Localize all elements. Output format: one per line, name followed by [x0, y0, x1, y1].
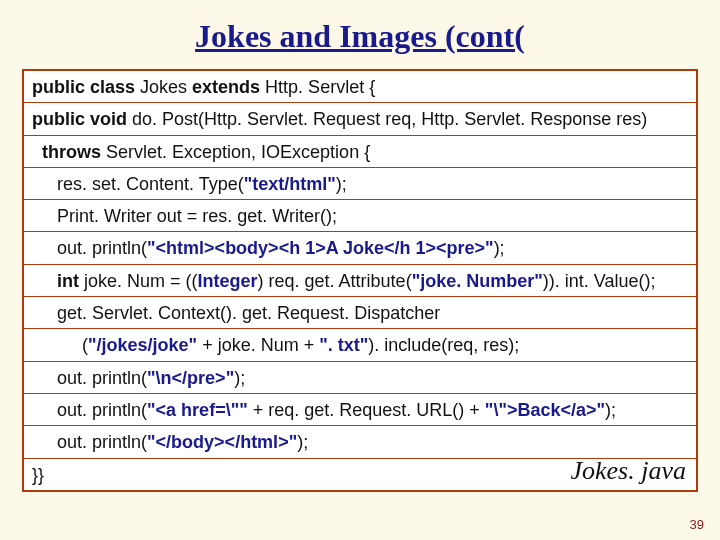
code-text: out. println( — [32, 432, 147, 452]
code-text: out = res. get. Writer(); — [157, 206, 337, 226]
string-literal: ". txt" — [319, 335, 368, 355]
code-text: out. println( — [32, 400, 147, 420]
string-literal: "text/html" — [244, 174, 336, 194]
string-literal: "/jokes/joke" — [88, 335, 197, 355]
keyword: public void — [32, 109, 132, 129]
code-line: }}Jokes. java — [24, 459, 696, 490]
string-literal: "\">Back</a>" — [485, 400, 605, 420]
code-text: + joke. Num + — [197, 335, 319, 355]
code-text: ); — [336, 174, 347, 194]
code-text: get. Servlet. Context(). get. Request. D… — [32, 303, 440, 323]
code-text: out. println( — [32, 238, 147, 258]
code-line: int joke. Num = ((Integer) req. get. Att… — [24, 265, 696, 297]
code-text: ) req. get. Attribute( — [258, 271, 412, 291]
code-text: )). int. Value(); — [543, 271, 656, 291]
code-text: out. println( — [32, 368, 147, 388]
code-line: res. set. Content. Type("text/html"); — [24, 168, 696, 200]
string-literal: "<a href=\"" — [147, 400, 248, 420]
string-literal: "joke. Number" — [412, 271, 543, 291]
code-line: out. println("<html><body><h 1>A Joke</h… — [24, 232, 696, 264]
code-line: get. Servlet. Context(). get. Request. D… — [24, 297, 696, 329]
string-literal: "<html><body><h 1>A Joke</h 1><pre>" — [147, 238, 494, 258]
code-text: do. Post(Http. Servlet. Request req, Htt… — [132, 109, 647, 129]
keyword: int — [32, 271, 84, 291]
code-line: ("/jokes/joke" + joke. Num + ". txt"). i… — [24, 329, 696, 361]
code-text: ); — [494, 238, 505, 258]
keyword: throws — [32, 142, 106, 162]
keyword: Integer — [198, 271, 258, 291]
code-line: throws Servlet. Exception, IOException { — [24, 136, 696, 168]
code-text: ). include(req, res); — [368, 335, 519, 355]
code-line: public void do. Post(Http. Servlet. Requ… — [24, 103, 696, 135]
code-text: ); — [297, 432, 308, 452]
file-caption: Jokes. java — [570, 453, 686, 488]
code-line: public class Jokes extends Http. Servlet… — [24, 71, 696, 103]
string-literal: "\n</pre>" — [147, 368, 234, 388]
keyword: extends — [192, 77, 265, 97]
code-text: Print. Writer — [32, 206, 157, 226]
code-text: + req. get. Request. URL() + — [248, 400, 485, 420]
code-text: joke. Num = (( — [84, 271, 198, 291]
string-literal: "</body></html>" — [147, 432, 297, 452]
code-text: Http. Servlet { — [265, 77, 375, 97]
code-line: Print. Writer out = res. get. Writer(); — [24, 200, 696, 232]
code-text: ); — [605, 400, 616, 420]
code-text: }} — [32, 465, 44, 485]
code-text: Servlet. Exception, IOException { — [106, 142, 370, 162]
code-text: ( — [32, 335, 88, 355]
code-text: Jokes — [140, 77, 192, 97]
slide: Jokes and Images (cont( public class Jok… — [0, 0, 720, 540]
code-line: out. println("<a href=\"" + req. get. Re… — [24, 394, 696, 426]
keyword: public class — [32, 77, 140, 97]
code-box: public class Jokes extends Http. Servlet… — [22, 69, 698, 492]
code-text: ); — [234, 368, 245, 388]
code-line: out. println("\n</pre>"); — [24, 362, 696, 394]
code-text: res. set. Content. Type( — [32, 174, 244, 194]
slide-title: Jokes and Images (cont( — [0, 0, 720, 69]
page-number: 39 — [690, 517, 704, 532]
